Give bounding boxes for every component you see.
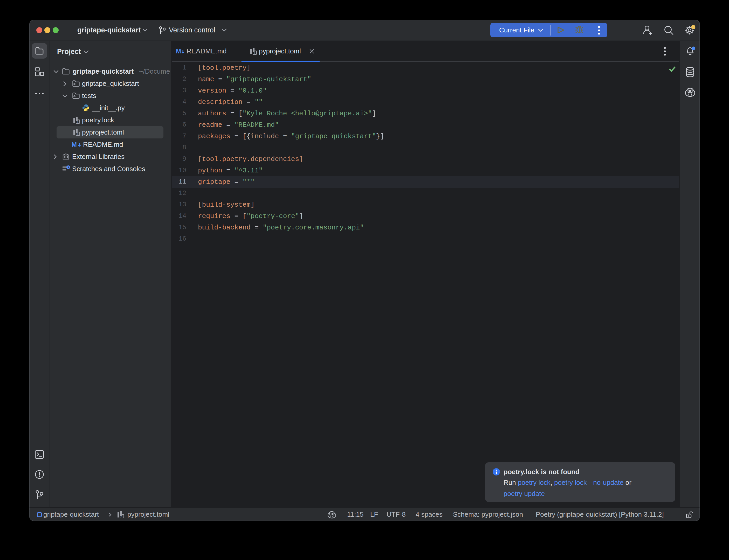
svg-text:M: M [72, 141, 77, 148]
svg-text:T: T [121, 515, 123, 518]
svg-text:T: T [77, 120, 79, 123]
svg-text:M: M [176, 48, 181, 55]
svg-text:T: T [77, 132, 79, 135]
svg-text:T: T [254, 51, 255, 54]
